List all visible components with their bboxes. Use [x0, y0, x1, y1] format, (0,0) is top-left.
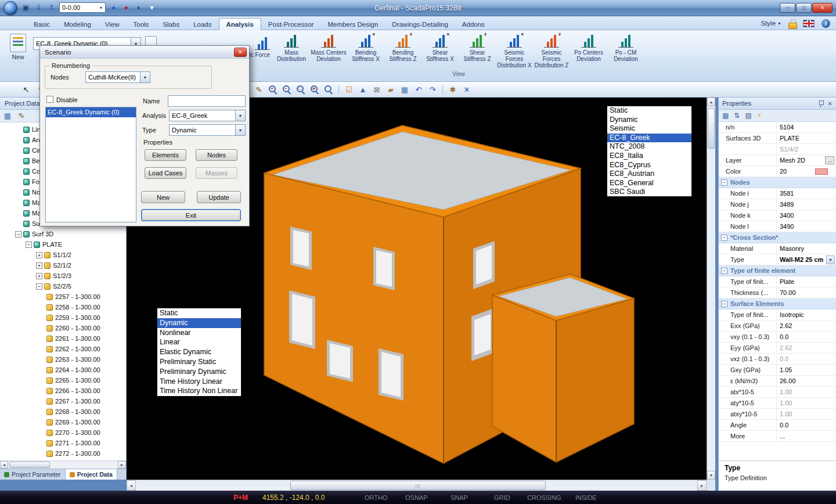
renumbering-combo[interactable]: Cuthill-McKee(II) ▼: [85, 71, 150, 83]
deselect-icon[interactable]: ⊠: [372, 84, 382, 95]
close-button[interactable]: ✕: [812, 3, 833, 13]
tree-item[interactable]: 2257 - 1-300.00: [0, 291, 126, 302]
close-icon[interactable]: ✕: [828, 100, 833, 107]
zoom-previous-icon[interactable]: [323, 84, 334, 95]
property-value[interactable]: Isotropic: [777, 309, 836, 320]
collapse-icon[interactable]: −: [26, 242, 32, 248]
sweep-icon[interactable]: ✱: [448, 84, 458, 95]
property-group-type-of-finite-element[interactable]: −Type of finite element: [719, 265, 836, 276]
ribbon-item-seismic-forces-distribution-z[interactable]: zSeismic Forces Distribution Z: [533, 31, 570, 70]
ribbon-item-po-cm-deviation[interactable]: Po - CM Deviation: [607, 31, 644, 70]
tree-item[interactable]: −Surf 3D: [0, 229, 126, 239]
tab-view[interactable]: View: [98, 19, 127, 30]
layers-icon[interactable]: ▦: [2, 111, 13, 121]
collapse-icon[interactable]: −: [721, 301, 727, 307]
masses-button[interactable]: Masses: [196, 167, 237, 179]
categorize-icon[interactable]: ▦: [722, 111, 729, 120]
minimize-button[interactable]: ─: [780, 3, 795, 13]
tree-item[interactable]: 2270 - 1-300.00: [0, 427, 126, 438]
export-icon[interactable]: ⇑: [46, 3, 56, 13]
type-combo[interactable]: Dynamic ▼: [169, 124, 246, 136]
tree-item[interactable]: +S2/1/2: [0, 260, 126, 271]
ribbon-item-mass-distribution[interactable]: Mass Distribution: [273, 31, 310, 70]
tree-item[interactable]: 2261 - 1-300.00: [0, 333, 126, 344]
analysis-list-item[interactable]: Static: [607, 106, 691, 116]
property-value[interactable]: 26.00: [777, 376, 836, 386]
load-step-combo[interactable]: 0-0.00 ▼: [59, 2, 106, 13]
collapse-icon[interactable]: −: [721, 268, 727, 274]
analysis-list-item[interactable]: EC8_Italia: [607, 152, 691, 161]
analysis-list-item[interactable]: NTC_2008: [607, 142, 691, 152]
select-check-icon[interactable]: ☑: [344, 84, 354, 95]
property-value[interactable]: 20: [777, 166, 836, 177]
tree-item[interactable]: 2265 - 1-300.00: [0, 375, 126, 386]
type-list-item[interactable]: Preliminary Static: [157, 357, 241, 367]
more-chevron-icon[interactable]: ▾: [147, 3, 157, 13]
tab-modeling[interactable]: Modeling: [57, 19, 98, 30]
status-toggle-grid[interactable]: GRID: [494, 494, 510, 501]
new-button[interactable]: New: [141, 191, 185, 203]
tree-item[interactable]: 2272 - 1-300.00: [0, 448, 126, 459]
tree-item[interactable]: 2267 - 1-300.00: [0, 396, 126, 406]
ribbon-item-shear-stiffness-x[interactable]: xShear Stiffness X: [421, 31, 459, 70]
select-arrow-icon[interactable]: ↖: [21, 84, 31, 95]
analysis-list-item[interactable]: Dynamic: [607, 116, 691, 125]
pin-icon[interactable]: [818, 100, 824, 107]
style-dropdown[interactable]: Style ▼: [761, 20, 781, 27]
grid-icon[interactable]: ▦: [399, 84, 410, 95]
import-icon[interactable]: ⇓: [34, 3, 44, 13]
update-button[interactable]: Update: [197, 191, 241, 203]
expand-icon[interactable]: +: [36, 252, 42, 258]
globe-icon[interactable]: ◐: [134, 3, 144, 13]
status-toggle-crossing[interactable]: CROSSING: [527, 494, 561, 501]
app-orb-icon[interactable]: [3, 1, 17, 15]
analysis-list-item[interactable]: SBC Saudi: [607, 188, 691, 197]
chevron-down-icon[interactable]: ▼: [826, 255, 835, 264]
maximize-button[interactable]: ▢: [796, 3, 812, 13]
tree-item[interactable]: 2258 - 1-300.00: [0, 302, 126, 312]
analysis-list-item[interactable]: EC8_Austrian: [607, 170, 691, 179]
analysis-list-item[interactable]: EC-8_Greek: [607, 134, 691, 143]
analysis-list-item[interactable]: Seismic: [607, 124, 691, 134]
property-group-surface-elements[interactable]: −Surface Elements: [719, 298, 836, 309]
tab-basic[interactable]: Basic: [27, 19, 57, 30]
tree-item[interactable]: 2271 - 1-300.00: [0, 438, 126, 448]
ribbon-item-po-centers-deviation[interactable]: Po Centers Deviation: [570, 31, 607, 70]
status-toggle-osnap[interactable]: OSNAP: [405, 494, 428, 501]
new-scenario-button[interactable]: New: [5, 34, 31, 77]
lightning-icon[interactable]: ⚡: [757, 111, 762, 120]
ribbon-item-bending-stiffness-x[interactable]: xBending Stiffness X: [347, 31, 384, 70]
list-view-icon[interactable]: ▤: [745, 111, 751, 120]
name-input[interactable]: [168, 95, 246, 107]
type-list-item[interactable]: Time History Linear: [157, 377, 241, 387]
type-list-item[interactable]: Time History Non Linear: [157, 386, 241, 396]
tree-item[interactable]: 2263 - 1-300.00: [0, 354, 126, 365]
sphere-blue-icon[interactable]: ●: [109, 3, 118, 13]
scenario-list[interactable]: EC-8_Greek Dynamic (0): [45, 107, 136, 222]
lock-icon[interactable]: [788, 19, 796, 28]
property-value[interactable]: 3400: [777, 210, 836, 221]
collapse-icon[interactable]: −: [721, 179, 727, 186]
redo-icon[interactable]: ↷: [427, 84, 438, 95]
property-value[interactable]: 1.05: [777, 365, 836, 375]
eraser-icon[interactable]: ▰: [385, 84, 396, 95]
collapse-icon[interactable]: −: [36, 283, 42, 290]
ribbon-item-mass-centers-deviation[interactable]: Mass Centers Deviation: [310, 31, 347, 70]
property-value[interactable]: 3581: [777, 188, 836, 199]
tree-item[interactable]: 2259 - 1-300.00: [0, 312, 126, 323]
nodes-button[interactable]: Nodes: [196, 149, 237, 161]
status-toggle-inside[interactable]: INSIDE: [575, 494, 597, 501]
analysis-list-item[interactable]: EC8_Cyprus: [607, 161, 691, 170]
property-value[interactable]: 1.00: [777, 387, 836, 397]
ellipsis-button[interactable]: ...: [825, 156, 834, 164]
ribbon-item-seismic-forces-distribution-x[interactable]: xSeismic Forces Distribution X: [496, 31, 533, 70]
tree-item[interactable]: +S1/1/2: [0, 250, 126, 260]
tree-item[interactable]: 2262 - 1-300.00: [0, 344, 126, 354]
tree-horizontal-scrollbar[interactable]: ◄ ►: [0, 460, 126, 469]
tree-item[interactable]: −S2/2/5: [0, 281, 126, 291]
uk-flag-icon[interactable]: [803, 20, 815, 27]
dialog-title-bar[interactable]: Scenario: [40, 46, 249, 59]
property-value[interactable]: 0.0: [777, 332, 836, 342]
viewport-vertical-scrollbar[interactable]: ▲ ▼: [707, 98, 715, 480]
status-toggle-ortho[interactable]: ORTHO: [365, 494, 388, 501]
